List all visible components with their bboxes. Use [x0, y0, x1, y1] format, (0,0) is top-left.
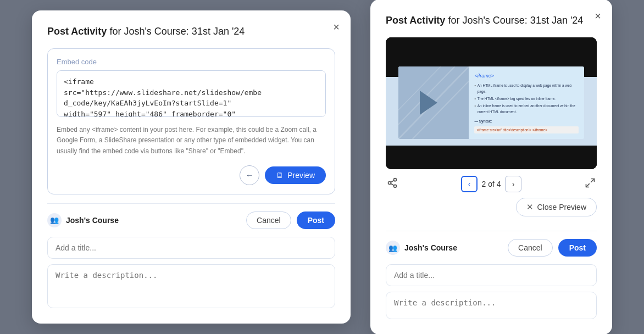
course-icon: 👥 — [47, 213, 62, 227]
syntax-label: — Syntax: — [474, 118, 579, 124]
right-course-name: Josh's Course — [404, 243, 457, 252]
embed-section: Embed code <iframe src="https://www.slid… — [47, 48, 335, 194]
course-row: 👥 Josh's Course Cancel Post — [47, 211, 335, 229]
desc-input[interactable] — [47, 264, 335, 308]
left-modal: × Post Activity for Josh's Course: 31st … — [32, 10, 351, 324]
left-modal-title: Post Activity for Josh's Course: 31st Ja… — [47, 26, 335, 37]
close-preview-label: Close Preview — [537, 203, 586, 211]
preview-nav-row: ‹ 2 of 4 › — [386, 176, 597, 192]
share-button[interactable] — [387, 177, 398, 191]
right-modal: × Post Activity for Josh's Course: 31st … — [370, 0, 612, 334]
preview-container: <iframe> An HTML iframe is used to displ… — [386, 37, 597, 169]
right-action-buttons: Cancel Post — [508, 239, 597, 257]
svg-line-10 — [586, 183, 590, 187]
left-post-footer: 👥 Josh's Course Cancel Post — [47, 203, 335, 310]
right-course-info: 👥 Josh's Course — [386, 241, 457, 255]
page-indicator: 2 of 4 — [478, 180, 505, 188]
embed-hint: Embed any <iframe> content in your post … — [57, 125, 326, 157]
left-close-button[interactable]: × — [333, 21, 340, 32]
action-buttons: Cancel Post — [246, 211, 335, 229]
prev-page-button[interactable]: ‹ — [461, 176, 478, 192]
bullet-2: The HTML <iframe> tag specifies an inlin… — [474, 96, 579, 102]
right-course-row: 👥 Josh's Course Cancel Post — [386, 239, 597, 257]
bullet-3: An inline frame is used to embed another… — [474, 103, 579, 115]
post-button[interactable]: Post — [297, 211, 335, 229]
embed-label: Embed code — [57, 58, 326, 66]
right-cancel-button[interactable]: Cancel — [508, 239, 553, 257]
expand-button[interactable] — [585, 177, 596, 191]
slide-text: <iframe> An HTML iframe is used to displ… — [469, 66, 584, 139]
slide-inner: <iframe> An HTML iframe is used to displ… — [398, 66, 584, 139]
right-desc-input[interactable] — [386, 292, 597, 319]
right-close-button[interactable]: × — [595, 10, 601, 21]
embed-actions: ← 🖥 Preview — [57, 165, 326, 185]
bullet-1: An HTML iframe is used to display a web … — [474, 82, 579, 94]
code-snippet: <iframe src='url' title='description'> <… — [474, 126, 579, 133]
cancel-button[interactable]: Cancel — [246, 211, 291, 229]
next-page-button[interactable]: › — [505, 176, 521, 192]
right-course-icon: 👥 — [386, 241, 400, 255]
right-modal-title: Post Activity for Josh's Course: 31st Ja… — [386, 15, 597, 26]
preview-label: Preview — [287, 171, 315, 180]
right-title-input[interactable] — [386, 264, 597, 286]
preview-icon: 🖥 — [276, 171, 284, 180]
preview-slide: <iframe> An HTML iframe is used to displ… — [386, 37, 597, 169]
course-name: Josh's Course — [66, 216, 119, 225]
svg-line-9 — [591, 179, 595, 182]
close-preview-button[interactable]: ✕ Close Preview — [516, 198, 597, 216]
close-preview-x: ✕ — [526, 202, 534, 212]
course-info: 👥 Josh's Course — [47, 213, 119, 227]
slide-left-panel — [398, 66, 469, 139]
title-input[interactable] — [47, 237, 335, 259]
right-post-footer: 👥 Josh's Course Cancel Post — [386, 231, 597, 321]
svg-line-8 — [391, 180, 394, 182]
back-button[interactable]: ← — [240, 165, 259, 185]
slide-arrow — [420, 91, 437, 115]
preview-button[interactable]: 🖥 Preview — [265, 166, 326, 184]
svg-line-7 — [391, 183, 394, 185]
right-post-button[interactable]: Post — [558, 239, 597, 257]
embed-textarea[interactable]: <iframe src="https://www.slideshare.net/… — [57, 70, 326, 117]
iframe-tag: <iframe> — [474, 72, 579, 80]
